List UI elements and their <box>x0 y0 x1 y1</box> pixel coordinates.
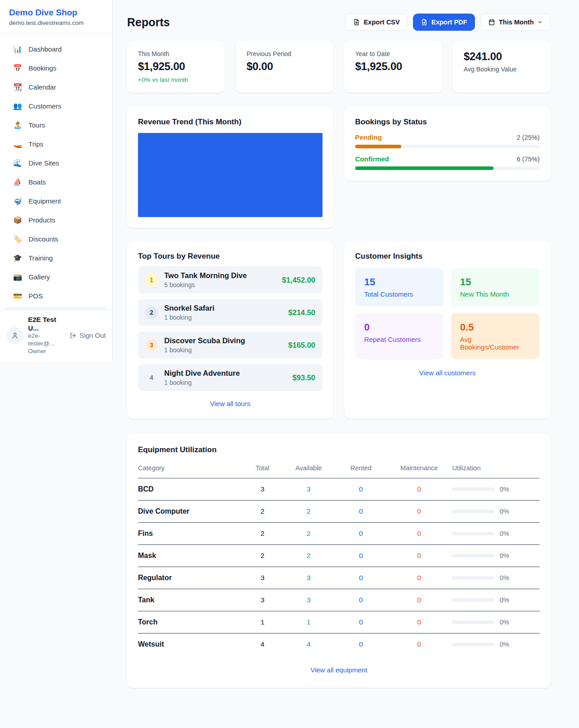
export-pdf-button[interactable]: Export PDF <box>413 14 475 31</box>
sidebar-item-label: Equipment <box>28 197 61 205</box>
tour-row: 3 Discover Scuba Diving 1 booking $165.0… <box>138 331 323 359</box>
stats-row: This Month $1,925.00 +0% vs last month P… <box>127 41 551 93</box>
sidebar-item-label: Tours <box>28 121 45 129</box>
cell-total: 2 <box>242 501 283 523</box>
table-row: Fins 2 2 0 0 0% <box>138 523 540 545</box>
status-count: 2 (25%) <box>517 134 540 141</box>
tile-value: 15 <box>460 276 531 288</box>
sidebar-item-dive-sites[interactable]: 🌊 Dive Sites <box>5 155 107 171</box>
view-all-equipment-link[interactable]: View all equipment <box>310 666 367 674</box>
stat-label: Previous Period <box>247 50 323 57</box>
sidebar-item-calendar[interactable]: 📆 Calendar <box>5 79 107 95</box>
cell-total: 2 <box>242 545 283 567</box>
sidebar-item-products[interactable]: 📦 Products <box>5 212 107 228</box>
customer-insights-card: Customer Insights 15 Total Customers 15 … <box>344 241 551 419</box>
cell-available: 4 <box>283 633 335 656</box>
sign-out-button[interactable]: Sign Out <box>70 331 106 339</box>
tour-amount: $214.50 <box>288 308 315 317</box>
sidebar-nav: 📊 Dashboard 📅 Bookings 📆 Calendar 👥 Cust… <box>0 33 112 310</box>
sidebar-item-customers[interactable]: 👥 Customers <box>5 98 107 114</box>
cell-total: 3 <box>242 567 283 589</box>
tour-bookings: 1 booking <box>164 314 288 321</box>
cell-utilization: 0% <box>451 633 540 656</box>
stat-card-year-to-date: Year to Date $1,925.00 <box>344 41 442 93</box>
sidebar-item-label: POS <box>28 292 43 300</box>
utilization-track <box>451 554 494 558</box>
insight-grid: 15 Total Customers 15 New This Month 0 R… <box>355 268 540 359</box>
rank-badge: 3 <box>145 339 158 351</box>
period-dropdown[interactable]: This Month <box>480 14 551 31</box>
top-tours-card: Top Tours by Revenue 1 Two Tank Morning … <box>127 241 333 419</box>
utilization-track <box>451 532 494 535</box>
sailboat-icon: ⛵ <box>13 178 22 186</box>
utilization-percent: 0% <box>500 530 509 537</box>
tile-label: Repeat Customers <box>364 336 435 343</box>
sidebar-item-label: Gallery <box>28 273 50 281</box>
cell-category: Regulator <box>138 567 242 589</box>
page-header: Reports Export CSV Export PDF This Month <box>127 14 551 31</box>
utilization-track <box>451 510 494 513</box>
speedboat-icon: 🚤 <box>13 140 22 148</box>
sidebar-item-gallery[interactable]: 📸 Gallery <box>5 269 107 285</box>
sidebar-item-equipment[interactable]: 🤿 Equipment <box>5 193 107 209</box>
tile-repeat-customers: 0 Repeat Customers <box>355 313 444 359</box>
sidebar-item-trips[interactable]: 🚤 Trips <box>5 136 107 152</box>
tile-avg-bookings-customer: 0.5 Avg Bookings/Customer <box>451 313 540 359</box>
cell-category: Wetsuit <box>138 633 242 656</box>
dashboard-icon: 📊 <box>13 45 22 53</box>
sidebar-item-bookings[interactable]: 📅 Bookings <box>5 60 107 76</box>
tour-amount: $165.00 <box>288 341 315 350</box>
view-all-customers-link[interactable]: View all customers <box>419 369 476 377</box>
cell-available: 2 <box>283 523 335 545</box>
camera-icon: 📸 <box>13 273 22 281</box>
cell-total: 3 <box>242 478 283 501</box>
utilization-percent: 0% <box>500 574 509 581</box>
cell-maintenance: 0 <box>387 589 451 611</box>
cell-maintenance: 0 <box>387 611 451 633</box>
cell-category: Torch <box>138 611 242 633</box>
sidebar-item-reports-partial[interactable] <box>5 307 107 310</box>
cell-available: 3 <box>283 478 335 501</box>
brand-name: Demo Dive Shop <box>9 8 103 18</box>
tile-label: New This Month <box>460 290 531 298</box>
export-csv-button[interactable]: Export CSV <box>345 14 408 31</box>
page-title: Reports <box>127 16 170 29</box>
cell-available: 3 <box>283 589 335 611</box>
cell-maintenance: 0 <box>387 633 451 656</box>
tour-row: 1 Two Tank Morning Dive 5 bookings $1,45… <box>138 266 323 293</box>
revenue-trend-chart <box>138 133 323 217</box>
sidebar-item-tours[interactable]: 🏝️ Tours <box>5 117 107 133</box>
revenue-trend-card: Revenue Trend (This Month) <box>127 107 333 228</box>
cell-rented: 0 <box>335 545 387 567</box>
cell-total: 1 <box>242 611 283 633</box>
status-progress-track <box>355 145 540 148</box>
sidebar-item-pos[interactable]: 💳 POS <box>5 288 107 304</box>
sidebar-item-discounts[interactable]: 🏷️ Discounts <box>5 231 107 247</box>
view-all-tours-link[interactable]: View all tours <box>210 400 251 407</box>
utilization-track <box>451 643 494 646</box>
tile-label: Total Customers <box>364 290 435 298</box>
tile-total-customers: 15 Total Customers <box>355 268 444 306</box>
tile-value: 0.5 <box>460 321 531 333</box>
utilization-percent: 0% <box>500 508 509 515</box>
tile-label: Avg Bookings/Customer <box>460 336 531 351</box>
sidebar-item-dashboard[interactable]: 📊 Dashboard <box>5 41 107 57</box>
cell-available: 2 <box>283 545 335 567</box>
table-row: BCD 3 3 0 0 0% <box>138 478 540 501</box>
sidebar-item-label: Products <box>28 216 55 224</box>
cell-category: Dive Computer <box>138 501 242 523</box>
cell-available: 2 <box>283 501 335 523</box>
cell-rented: 0 <box>335 478 387 501</box>
tour-name: Night Dive Adventure <box>164 369 293 378</box>
cell-category: Fins <box>138 523 242 545</box>
sidebar-item-boats[interactable]: ⛵ Boats <box>5 174 107 190</box>
tour-name: Snorkel Safari <box>164 304 288 312</box>
table-row: Tank 3 3 0 0 0% <box>138 589 540 611</box>
bookings-by-status-title: Bookings by Status <box>355 118 540 127</box>
stat-value: $0.00 <box>247 60 323 73</box>
sidebar-item-training[interactable]: 🎓 Training <box>5 250 107 266</box>
equipment-utilization-title: Equipment Utilization <box>138 445 540 454</box>
stat-value: $1,925.00 <box>355 60 431 73</box>
column-header-total: Total <box>242 460 283 478</box>
header-actions: Export CSV Export PDF This Month <box>345 14 551 31</box>
